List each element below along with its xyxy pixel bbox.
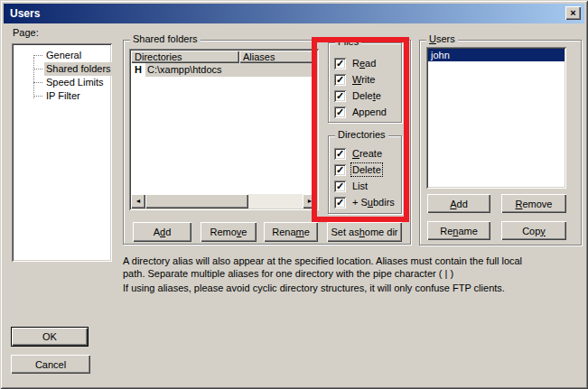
checkbox-row-list[interactable]: ✓ List: [334, 180, 369, 192]
column-header-aliases[interactable]: Aliases: [239, 51, 317, 63]
rename-user-button[interactable]: Rename: [427, 221, 490, 240]
scrollbar-thumb[interactable]: [145, 194, 248, 208]
users-list[interactable]: john: [426, 47, 566, 189]
tree-item-ip-filter[interactable]: IP Filter: [44, 89, 82, 103]
files-group: Files ✓ Read ✓ Write ✓ Delete ✓ Append: [328, 42, 402, 123]
ok-button[interactable]: OK: [11, 327, 89, 347]
list-checkbox[interactable]: ✓: [334, 181, 346, 192]
list-checkbox-label: List: [351, 180, 369, 192]
alias-note-line2: path. Separate multiple aliases for one …: [123, 268, 453, 279]
checkbox-row-subdirs[interactable]: ✓ + Subdirs: [334, 196, 396, 208]
checkbox-row-read[interactable]: ✓ Read: [334, 57, 377, 69]
page-label: Page:: [13, 27, 39, 38]
table-header: Directories Aliases: [131, 51, 317, 63]
create-checkbox-label: Create: [351, 147, 383, 160]
set-as-home-dir-button[interactable]: Set as home dir: [327, 222, 402, 242]
append-checkbox[interactable]: ✓: [334, 107, 346, 118]
cancel-button[interactable]: Cancel: [11, 355, 90, 374]
users-group-label: Users: [426, 33, 458, 45]
append-checkbox-label: Append: [351, 106, 387, 118]
table-row[interactable]: H C:\xampp\htdocs: [131, 63, 317, 77]
rename-folder-button[interactable]: Rename: [264, 222, 318, 242]
alias-note-line1: A directory alias will also appear at th…: [123, 255, 522, 266]
create-checkbox[interactable]: ✓: [334, 148, 346, 160]
copy-user-button[interactable]: Copy: [501, 221, 566, 240]
scroll-left-icon[interactable]: ◄: [131, 194, 145, 208]
remove-folder-button[interactable]: Remove: [201, 222, 257, 242]
shared-folders-group-label: Shared folders: [130, 33, 201, 45]
horizontal-scrollbar[interactable]: ◄ ►: [131, 194, 317, 208]
shared-folders-table: Directories Aliases H C:\xampp\htdocs ◄ …: [129, 49, 319, 210]
title-bar[interactable]: Users: [4, 4, 584, 23]
checkbox-row-delete-file[interactable]: ✓ Delete: [334, 89, 382, 102]
subdirs-checkbox-label: + Subdirs: [351, 196, 396, 208]
directories-group: Directories ✓ Create ✓ Delete ✓ List ✓ +…: [328, 135, 402, 214]
read-checkbox[interactable]: ✓: [334, 58, 346, 69]
delete-file-checkbox-label: Delete: [351, 89, 382, 102]
tree-item-general[interactable]: General: [44, 49, 83, 62]
directory-path-cell: C:\xampp\htdocs: [145, 63, 317, 77]
tree-item-shared-folders[interactable]: Shared folders: [44, 62, 113, 76]
delete-dir-checkbox-label: Delete: [351, 163, 382, 176]
home-dir-indicator: H: [131, 63, 145, 77]
write-checkbox-label: Write: [351, 73, 376, 86]
checkbox-row-write[interactable]: ✓ Write: [334, 73, 376, 86]
tree-connector-line: [33, 57, 34, 98]
column-header-directories[interactable]: Directories: [131, 51, 239, 63]
window-title: Users: [10, 7, 40, 20]
delete-dir-checkbox[interactable]: ✓: [334, 164, 346, 176]
page-tree: General Shared folders Speed Limits IP F…: [12, 43, 112, 262]
remove-user-button[interactable]: Remove: [501, 194, 566, 213]
checkbox-row-append[interactable]: ✓ Append: [334, 106, 387, 118]
delete-file-checkbox[interactable]: ✓: [334, 90, 346, 102]
write-checkbox[interactable]: ✓: [334, 74, 346, 86]
checkbox-row-create[interactable]: ✓ Create: [334, 147, 383, 160]
checkbox-row-delete-dir[interactable]: ✓ Delete: [334, 163, 382, 176]
files-group-label: Files: [335, 36, 361, 48]
read-checkbox-label: Read: [351, 57, 377, 69]
directories-group-label: Directories: [335, 129, 388, 141]
close-icon[interactable]: ×: [565, 6, 581, 20]
users-dialog: Users × Page: General Shared folders Spe…: [0, 0, 588, 389]
subdirs-checkbox[interactable]: ✓: [334, 197, 346, 208]
user-list-item[interactable]: john: [428, 49, 565, 61]
add-user-button[interactable]: Add: [427, 194, 490, 213]
scroll-right-icon[interactable]: ►: [303, 194, 317, 208]
cyclic-note-line: If using aliases, please avoid cyclic di…: [123, 282, 505, 293]
tree-item-speed-limits[interactable]: Speed Limits: [44, 76, 106, 89]
add-folder-button[interactable]: Add: [133, 222, 191, 242]
